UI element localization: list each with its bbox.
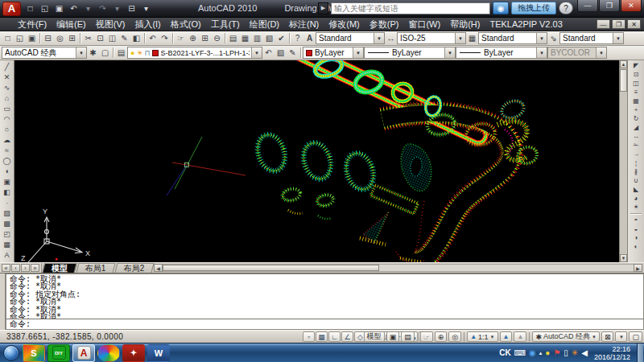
combo-arrow-icon[interactable]: [444, 47, 455, 58]
layer-on-icon[interactable]: ●: [130, 49, 134, 57]
help-button[interactable]: ?: [291, 32, 303, 44]
command-history[interactable]: 命令: *取消*命令: *取消*命令: 指定对角点:命令: *取消*命令: *取…: [6, 274, 643, 319]
quick-view-layouts-icon[interactable]: ▣: [386, 331, 400, 342]
taskbar-clock[interactable]: 22:16 2016/12/12: [591, 345, 634, 361]
combo-arrow-icon[interactable]: [251, 47, 262, 58]
communication-center-icon[interactable]: ◉: [493, 2, 509, 14]
taskbar-app-browser[interactable]: [97, 344, 120, 362]
spline-button[interactable]: ≈: [1, 145, 14, 155]
search-type-arrow-icon[interactable]: ▶: [318, 2, 328, 14]
tab-nav-icon[interactable]: »: [31, 264, 39, 272]
region-button[interactable]: ◰: [1, 228, 14, 239]
join-button[interactable]: ∪: [630, 176, 643, 185]
mirror-button[interactable]: ◫: [630, 79, 643, 88]
qat-redo-arrow-icon[interactable]: ▾: [111, 2, 123, 14]
menu-item[interactable]: 窗口(W): [403, 18, 445, 31]
restore-button[interactable]: ❐: [599, 0, 620, 12]
grid-toggle[interactable]: ▦: [316, 331, 328, 342]
send-to-back-button[interactable]: ◒: [630, 224, 643, 233]
menu-item[interactable]: 格式(O): [166, 18, 206, 31]
doc-close-button[interactable]: ✕: [627, 19, 641, 29]
polar-toggle[interactable]: ∠: [341, 331, 353, 342]
update-icon[interactable]: ✳: [572, 348, 578, 357]
taskbar-app-sogou[interactable]: S: [23, 344, 45, 362]
doc-minimize-button[interactable]: —: [597, 19, 610, 29]
layer-properties-manager-icon[interactable]: ▤: [115, 47, 127, 59]
close-button[interactable]: ✕: [621, 0, 642, 12]
make-block-button[interactable]: ◧: [1, 187, 14, 197]
combo-arrow-icon[interactable]: [536, 33, 547, 43]
help-button[interactable]: ?: [559, 2, 573, 14]
color-combo[interactable]: ByLayer: [303, 47, 364, 59]
mtext-button[interactable]: A: [1, 249, 14, 260]
rectangle-button[interactable]: ▭: [1, 103, 14, 113]
send-under-button[interactable]: ◐: [630, 242, 643, 251]
combo-arrow-icon[interactable]: [536, 47, 547, 58]
minimize-button[interactable]: —: [577, 0, 598, 12]
qat-open-icon[interactable]: ◱: [39, 2, 51, 14]
mleader-style-icon[interactable]: ⇘: [547, 32, 559, 44]
rotate-button[interactable]: ↻: [630, 114, 643, 123]
volume-icon[interactable]: ◀: [581, 348, 588, 357]
annotation-autoscale-icon[interactable]: ▲: [514, 331, 526, 342]
qat-save-icon[interactable]: ▣: [53, 2, 65, 14]
taskbar-app-diy[interactable]: DIY: [47, 344, 70, 362]
horizontal-scrollbar[interactable]: ◀ ▶: [154, 264, 642, 272]
explode-button[interactable]: ✶: [630, 203, 643, 212]
doc-restore-button[interactable]: ❐: [612, 19, 625, 29]
menu-item[interactable]: 绘图(D): [245, 18, 284, 31]
point-button[interactable]: ∙: [1, 197, 14, 208]
combo-arrow-icon[interactable]: [353, 47, 363, 58]
chamfer-button[interactable]: ◣: [630, 185, 643, 194]
pan-icon[interactable]: ☞: [420, 331, 433, 342]
horizontal-scroll-thumb[interactable]: [163, 265, 379, 271]
hatch-button[interactable]: ▨: [1, 208, 14, 218]
break-at-point-button[interactable]: ¦: [630, 158, 643, 167]
tab-nav-icon[interactable]: ‹: [11, 264, 20, 272]
menu-item[interactable]: 帮助(H): [445, 18, 485, 31]
coordinates-readout[interactable]: 3387.6651, -382.1585, 0.0000: [0, 332, 123, 341]
qat-undo-icon[interactable]: ↶: [68, 2, 80, 14]
extend-button[interactable]: →: [630, 150, 643, 158]
clean-screen-button[interactable]: ▢: [629, 331, 642, 342]
layer-thaw-icon[interactable]: ☀: [136, 49, 142, 57]
publish-button[interactable]: ⊞: [66, 32, 78, 44]
layer-lock-icon[interactable]: ⊓: [145, 49, 151, 57]
qat-plot-icon[interactable]: ⊟: [126, 2, 138, 14]
menu-item[interactable]: 文件(F): [13, 18, 52, 31]
mleader-style-combo[interactable]: Standard: [559, 32, 624, 44]
match-properties-button[interactable]: ✎: [118, 32, 130, 44]
save-workspace-icon[interactable]: ▢: [99, 47, 111, 59]
qat-undo-arrow-icon[interactable]: ▾: [82, 2, 94, 14]
steering-wheel-icon[interactable]: ◎: [448, 331, 461, 342]
menu-item[interactable]: 标注(N): [284, 18, 324, 31]
designcenter-button[interactable]: ▦: [239, 32, 251, 44]
snap-toggle[interactable]: ▫: [303, 331, 315, 342]
dim-style-combo[interactable]: ISO-25: [397, 32, 466, 44]
language-icon[interactable]: ◉: [529, 348, 536, 357]
ortho-toggle[interactable]: ∟: [328, 331, 341, 342]
fillet-button[interactable]: ◕: [630, 194, 643, 203]
search-input[interactable]: [331, 2, 490, 14]
command-prompt[interactable]: 命令:: [6, 319, 643, 329]
qat-new-icon[interactable]: □: [24, 2, 36, 14]
cut-button[interactable]: ✂: [82, 32, 94, 44]
menu-item[interactable]: 参数(P): [365, 18, 404, 31]
tab-model[interactable]: 模型: [43, 263, 77, 273]
copy-button[interactable]: ⊡: [94, 32, 106, 44]
text-style-combo[interactable]: Standard: [316, 32, 385, 44]
plot-button[interactable]: ⊟: [42, 32, 54, 44]
tray-expand-icon[interactable]: ▴: [539, 350, 543, 356]
scroll-up-icon[interactable]: ▲: [620, 60, 627, 68]
keyboard-icon[interactable]: ⌨: [514, 348, 526, 357]
vertical-scrollbar[interactable]: ▲ ▼: [619, 60, 627, 262]
dim-style-icon[interactable]: ↔: [385, 32, 397, 44]
zoom-icon[interactable]: ⊕: [435, 331, 448, 342]
command-window-grip[interactable]: [0, 274, 6, 330]
arc-button[interactable]: ◠: [1, 113, 14, 124]
vertical-scroll-thumb[interactable]: [620, 69, 627, 92]
plot-preview-button[interactable]: ◎: [54, 32, 66, 44]
table-style-icon[interactable]: ▦: [466, 32, 478, 44]
combo-arrow-icon[interactable]: [76, 47, 86, 58]
annotation-scale-button[interactable]: ▲ 1:1 ▼: [467, 331, 497, 342]
